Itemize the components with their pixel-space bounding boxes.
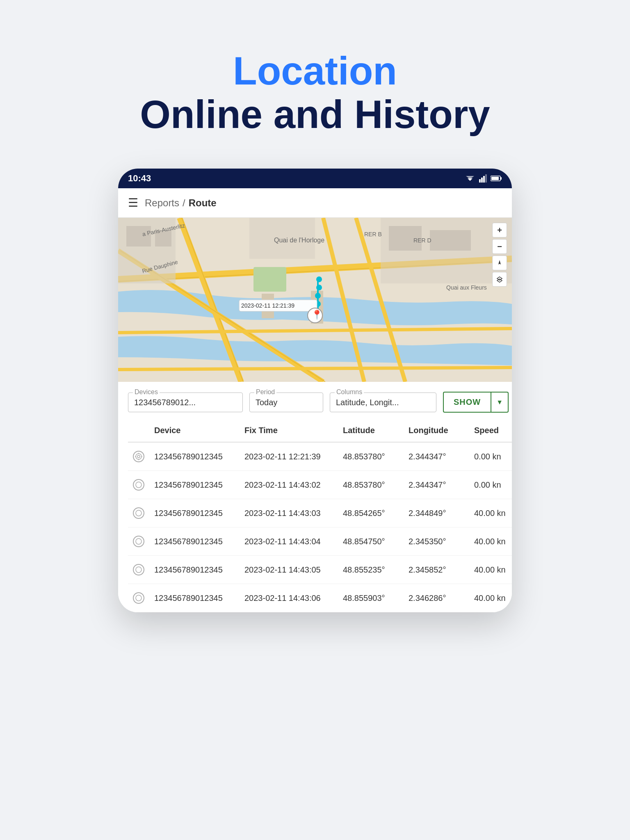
zoom-out-button[interactable]: − — [492, 239, 507, 254]
th-device: Device — [149, 419, 240, 442]
svg-rect-2 — [479, 179, 481, 183]
row-fix-time: 2023-02-11 14:43:05 — [240, 556, 338, 584]
period-label: Period — [254, 388, 276, 396]
circle-icon — [133, 564, 144, 575]
row-icon-cell — [128, 556, 149, 584]
svg-point-58 — [136, 567, 142, 573]
row-latitude: 48.854750° — [338, 527, 404, 556]
device-frame: 10:43 ☰ Reports / Route — [118, 169, 512, 612]
reset-north-button[interactable] — [492, 256, 507, 270]
circle-icon — [133, 507, 144, 519]
table-row: 1234567890123452023-02-11 14:43:0448.854… — [128, 527, 512, 556]
svg-point-50 — [137, 455, 140, 458]
hero-title-line1: Location — [140, 49, 490, 93]
row-device: 123456789012345 — [149, 471, 240, 499]
th-icon — [128, 419, 149, 442]
row-icon-cell — [128, 527, 149, 556]
row-speed: 40.00 kn — [469, 499, 512, 527]
svg-text:Quai de l'Horloge: Quai de l'Horloge — [274, 237, 324, 244]
table-row: 1234567890123452023-02-11 14:43:0648.855… — [128, 584, 512, 612]
table-row: 1234567890123452023-02-11 12:21:3948.853… — [128, 442, 512, 471]
row-speed: 40.00 kn — [469, 584, 512, 612]
svg-point-59 — [136, 595, 142, 601]
breadcrumb: Reports / Route — [145, 197, 217, 209]
table-header-row: Device Fix Time Latitude Longitude Speed… — [128, 419, 512, 442]
svg-text:2023-02-11 12:21:39: 2023-02-11 12:21:39 — [241, 302, 294, 309]
row-longitude: 2.344347° — [404, 442, 469, 471]
svg-point-57 — [136, 539, 142, 544]
svg-rect-8 — [491, 177, 499, 180]
devices-select-wrapper: Devices 123456789012... — [128, 393, 243, 412]
menu-icon[interactable]: ☰ — [128, 196, 138, 210]
circle-icon — [133, 592, 144, 604]
svg-rect-4 — [483, 176, 485, 183]
show-button[interactable]: SHOW — [443, 392, 491, 413]
svg-rect-5 — [485, 174, 487, 183]
signal-icon — [479, 174, 487, 183]
columns-select-wrapper: Columns Latitude, Longit... — [330, 393, 436, 412]
row-longitude: 2.346286° — [404, 584, 469, 612]
circle-icon — [133, 536, 144, 547]
app-bar: ☰ Reports / Route — [118, 188, 512, 218]
target-icon — [133, 451, 144, 462]
th-fixtime: Fix Time — [240, 419, 338, 442]
row-device: 123456789012345 — [149, 584, 240, 612]
table-row: 1234567890123452023-02-11 14:43:0248.853… — [128, 471, 512, 499]
row-fix-time: 2023-02-11 14:43:06 — [240, 584, 338, 612]
map-container[interactable]: Rue Dauphine a Paris-Austerlitz Quai de … — [118, 218, 512, 382]
svg-marker-48 — [497, 279, 502, 282]
breadcrumb-separator: / — [183, 197, 185, 209]
row-fix-time: 2023-02-11 14:43:04 — [240, 527, 338, 556]
circle-icon — [133, 479, 144, 491]
row-speed: 0.00 kn — [469, 442, 512, 471]
zoom-in-button[interactable]: + — [492, 223, 507, 237]
show-dropdown-button[interactable]: ▼ — [491, 392, 509, 413]
hero-section: Location Online and History — [140, 0, 490, 160]
columns-label: Columns — [335, 388, 364, 396]
row-longitude: 2.344347° — [404, 471, 469, 499]
svg-marker-46 — [498, 260, 501, 265]
svg-point-56 — [136, 510, 142, 516]
row-latitude: 48.854265° — [338, 499, 404, 527]
row-speed: 0.00 kn — [469, 471, 512, 499]
svg-marker-47 — [497, 277, 502, 280]
svg-rect-28 — [430, 230, 471, 251]
data-table: Device Fix Time Latitude Longitude Speed… — [128, 419, 512, 612]
row-device: 123456789012345 — [149, 556, 240, 584]
status-bar: 10:43 — [118, 169, 512, 188]
layers-button[interactable] — [492, 272, 507, 287]
svg-text:RER D: RER D — [413, 237, 431, 244]
row-latitude: 48.855903° — [338, 584, 404, 612]
hero-title-line2: Online and History — [140, 93, 490, 136]
table-row: 1234567890123452023-02-11 14:43:0548.855… — [128, 556, 512, 584]
svg-rect-29 — [253, 267, 286, 292]
map-svg: Rue Dauphine a Paris-Austerlitz Quai de … — [118, 218, 512, 382]
table-row: 1234567890123452023-02-11 14:43:0348.854… — [128, 499, 512, 527]
th-latitude: Latitude — [338, 419, 404, 442]
show-btn-group: SHOW ▼ — [443, 392, 509, 413]
row-device: 123456789012345 — [149, 499, 240, 527]
row-icon-cell — [128, 499, 149, 527]
controls-row: Devices 123456789012... Period Today Col… — [118, 382, 512, 419]
row-longitude: 2.345350° — [404, 527, 469, 556]
row-latitude: 48.853780° — [338, 442, 404, 471]
status-time: 10:43 — [128, 173, 151, 184]
table-container: Device Fix Time Latitude Longitude Speed… — [118, 419, 512, 612]
svg-point-55 — [136, 482, 142, 488]
svg-point-49 — [136, 454, 142, 459]
row-speed: 40.00 kn — [469, 527, 512, 556]
row-icon-cell — [128, 471, 149, 499]
row-latitude: 48.853780° — [338, 471, 404, 499]
row-icon-cell — [128, 442, 149, 471]
svg-text:RER B: RER B — [364, 231, 382, 237]
svg-line-19 — [118, 368, 512, 370]
row-longitude: 2.344849° — [404, 499, 469, 527]
battery-icon — [491, 175, 502, 182]
breadcrumb-reports: Reports — [145, 197, 179, 209]
svg-marker-1 — [466, 176, 474, 179]
period-select-wrapper: Period Today — [249, 393, 323, 412]
svg-text:📍: 📍 — [311, 309, 323, 320]
wifi-icon — [464, 174, 476, 183]
row-icon-cell — [128, 584, 149, 612]
svg-text:Quai aux Fleurs: Quai aux Fleurs — [446, 284, 487, 291]
